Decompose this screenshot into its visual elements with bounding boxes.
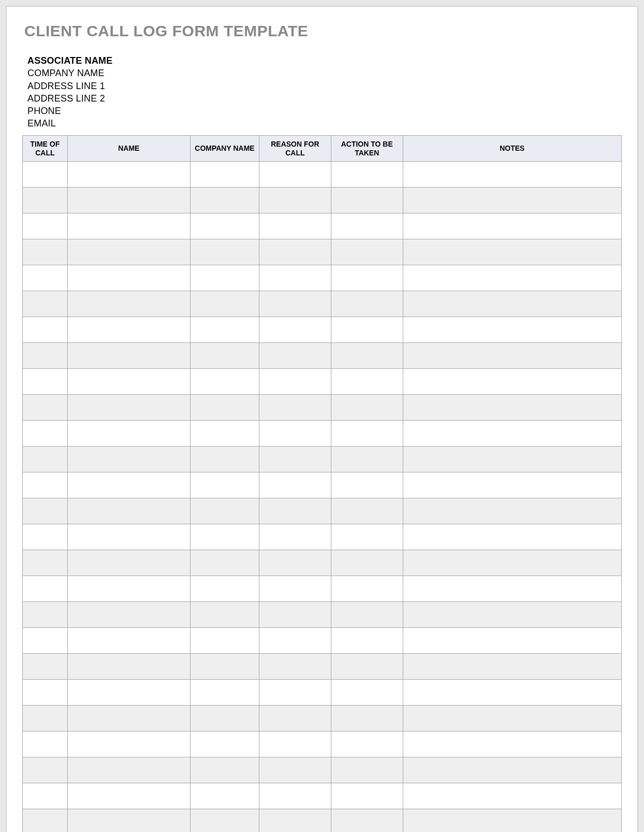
table-cell[interactable] [190,162,259,188]
table-cell[interactable] [403,602,621,628]
table-cell[interactable] [67,550,190,576]
table-cell[interactable] [259,265,331,291]
table-cell[interactable] [331,369,403,395]
table-cell[interactable] [190,783,259,809]
table-cell[interactable] [259,369,331,395]
table-cell[interactable] [331,809,403,832]
table-cell[interactable] [67,524,190,550]
table-cell[interactable] [259,213,331,239]
table-cell[interactable] [23,524,68,550]
table-cell[interactable] [259,395,331,421]
table-cell[interactable] [331,421,403,447]
table-cell[interactable] [403,343,621,369]
table-cell[interactable] [259,447,331,472]
table-cell[interactable] [190,576,259,602]
table-cell[interactable] [403,395,621,421]
table-cell[interactable] [23,239,68,265]
table-cell[interactable] [331,239,403,265]
table-cell[interactable] [331,317,403,343]
table-cell[interactable] [23,576,68,602]
table-cell[interactable] [259,809,331,832]
table-cell[interactable] [23,680,68,706]
table-cell[interactable] [259,602,331,628]
table-cell[interactable] [23,783,68,809]
table-cell[interactable] [259,576,331,602]
table-cell[interactable] [23,265,68,291]
table-cell[interactable] [23,472,68,498]
table-cell[interactable] [190,706,259,731]
table-cell[interactable] [23,447,68,472]
table-cell[interactable] [331,188,403,213]
table-cell[interactable] [259,421,331,447]
table-cell[interactable] [67,188,190,213]
table-cell[interactable] [259,731,331,757]
table-cell[interactable] [23,654,68,680]
table-cell[interactable] [23,731,68,757]
table-cell[interactable] [331,602,403,628]
table-cell[interactable] [190,188,259,213]
table-cell[interactable] [190,680,259,706]
table-cell[interactable] [403,680,621,706]
table-cell[interactable] [23,757,68,783]
table-cell[interactable] [23,706,68,731]
table-cell[interactable] [403,472,621,498]
table-cell[interactable] [23,317,68,343]
table-cell[interactable] [403,731,621,757]
table-cell[interactable] [331,783,403,809]
table-cell[interactable] [259,162,331,188]
table-cell[interactable] [67,498,190,524]
table-cell[interactable] [190,291,259,317]
table-cell[interactable] [259,550,331,576]
table-cell[interactable] [190,809,259,832]
table-cell[interactable] [190,654,259,680]
table-cell[interactable] [331,524,403,550]
table-cell[interactable] [67,576,190,602]
table-cell[interactable] [403,369,621,395]
table-cell[interactable] [259,291,331,317]
table-cell[interactable] [403,188,621,213]
table-cell[interactable] [403,239,621,265]
table-cell[interactable] [190,369,259,395]
table-cell[interactable] [403,757,621,783]
table-cell[interactable] [67,602,190,628]
table-cell[interactable] [23,369,68,395]
table-cell[interactable] [67,783,190,809]
table-cell[interactable] [190,395,259,421]
table-cell[interactable] [403,706,621,731]
table-cell[interactable] [331,162,403,188]
table-cell[interactable] [190,213,259,239]
table-cell[interactable] [67,447,190,472]
table-cell[interactable] [259,706,331,731]
table-cell[interactable] [190,317,259,343]
table-cell[interactable] [67,369,190,395]
table-cell[interactable] [331,265,403,291]
table-cell[interactable] [403,550,621,576]
table-cell[interactable] [67,809,190,832]
table-cell[interactable] [190,757,259,783]
table-cell[interactable] [403,498,621,524]
table-cell[interactable] [67,472,190,498]
table-cell[interactable] [67,421,190,447]
table-cell[interactable] [23,213,68,239]
table-cell[interactable] [403,265,621,291]
table-cell[interactable] [331,680,403,706]
table-cell[interactable] [190,498,259,524]
table-cell[interactable] [23,162,68,188]
table-cell[interactable] [259,317,331,343]
table-cell[interactable] [259,628,331,654]
table-cell[interactable] [23,550,68,576]
table-cell[interactable] [190,602,259,628]
table-cell[interactable] [259,472,331,498]
table-cell[interactable] [331,706,403,731]
table-cell[interactable] [67,213,190,239]
table-cell[interactable] [23,343,68,369]
table-cell[interactable] [23,291,68,317]
table-cell[interactable] [403,213,621,239]
table-cell[interactable] [259,783,331,809]
table-cell[interactable] [67,757,190,783]
table-cell[interactable] [190,628,259,654]
table-cell[interactable] [190,343,259,369]
table-cell[interactable] [23,498,68,524]
table-cell[interactable] [403,291,621,317]
table-cell[interactable] [403,654,621,680]
